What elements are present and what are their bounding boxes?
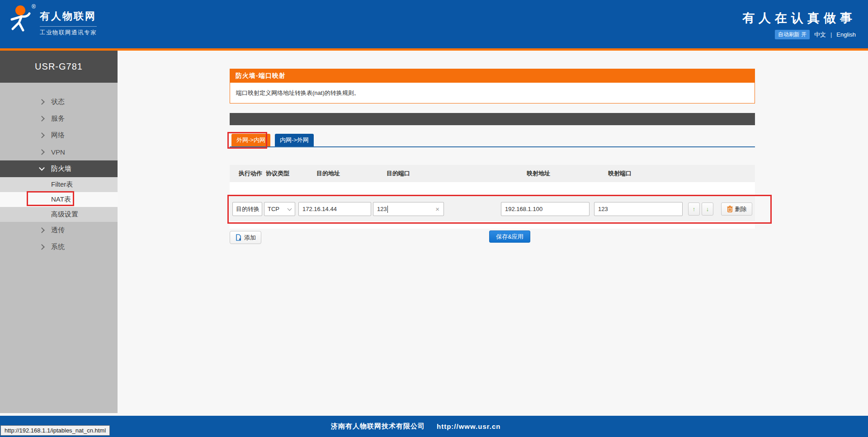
chevron-right-icon: [39, 99, 45, 105]
sidebar-item-nat-table[interactable]: NAT表: [0, 192, 118, 207]
sidebar-item-label: Filter表: [51, 180, 73, 189]
tab-wan-to-lan[interactable]: 外网->内网: [231, 134, 270, 146]
auto-refresh-toggle[interactable]: 自动刷新 开: [775, 30, 810, 39]
move-up-button[interactable]: ↑: [688, 202, 700, 216]
brand-subtitle: 工业物联网通讯专家: [40, 26, 97, 37]
column-header-action: 执行动作: [239, 165, 262, 182]
tab-lan-to-wan[interactable]: 内网->外网: [275, 134, 314, 146]
sidebar-item-label: 服务: [51, 114, 65, 123]
arrow-down-icon: ↓: [706, 206, 709, 212]
add-document-icon: [235, 234, 241, 241]
add-button-label: 添加: [244, 234, 256, 242]
map-address-input[interactable]: [501, 202, 590, 216]
page-description: 端口映射定义网络地址转换表(nat)的转换规则。: [230, 83, 755, 103]
page-title: 防火墙-端口映射: [230, 69, 755, 83]
sidebar-item-filter-table[interactable]: Filter表: [0, 177, 118, 192]
sidebar-item-label: VPN: [51, 148, 65, 156]
lang-switch-english[interactable]: English: [836, 31, 856, 38]
chevron-down-icon: [39, 165, 45, 171]
delete-button[interactable]: 删除: [721, 202, 752, 216]
save-apply-button[interactable]: 保存&应用: [489, 230, 530, 243]
sidebar-item-label: 系统: [51, 243, 65, 251]
sidebar-item-label: 高级设置: [51, 210, 78, 219]
action-select[interactable]: 目的转换: [232, 202, 262, 216]
brand-title: 有人物联网: [40, 9, 97, 23]
lang-switch-chinese[interactable]: 中文: [814, 31, 826, 39]
column-header-protocol: 协议类型: [266, 165, 289, 182]
sidebar-item-services[interactable]: 服务: [0, 110, 118, 127]
brand-logo-icon: ®: [8, 5, 40, 34]
column-header-map-port: 映射端口: [608, 165, 632, 182]
map-port-input[interactable]: [594, 202, 683, 216]
dropdown-caret-icon: [288, 206, 292, 211]
collapsed-section-bar[interactable]: [230, 113, 755, 125]
sidebar-item-vpn[interactable]: VPN: [0, 144, 118, 160]
column-header-map-addr: 映射地址: [527, 165, 550, 182]
sidebar-item-status[interactable]: 状态: [0, 94, 118, 110]
lang-separator: |: [830, 31, 832, 38]
table-header-row: 执行动作 协议类型 目的地址 目的端口 映射地址 映射端口: [230, 165, 755, 182]
sidebar-menu: 状态 服务 网络 VPN 防火墙 Filter表 NAT表: [0, 83, 118, 255]
sidebar-item-firewall[interactable]: 防火墙: [0, 160, 118, 177]
clear-icon[interactable]: ×: [435, 205, 439, 213]
chevron-right-icon: [39, 116, 45, 122]
dest-address-input[interactable]: [298, 202, 371, 216]
direction-tabs: 外网->内网 内网->外网: [230, 134, 314, 146]
table-row: 目的转换 TCP 123 × ↑ ↓: [230, 196, 755, 221]
footer-website-link[interactable]: http://www.usr.cn: [437, 423, 500, 430]
top-header: ® 有人物联网 工业物联网通讯专家 有人在认真做事 自动刷新 开 中文 | En…: [0, 0, 868, 51]
add-rule-button[interactable]: 添加: [230, 231, 261, 244]
device-model-title: USR-G781: [0, 51, 118, 83]
column-header-dest-addr: 目的地址: [316, 165, 340, 182]
registered-mark: ®: [32, 4, 36, 10]
sidebar-item-label: 透传: [51, 226, 65, 235]
trash-icon: [727, 206, 733, 212]
arrow-up-icon: ↑: [693, 206, 696, 212]
sidebar-item-label: 网络: [51, 131, 65, 140]
page-title-box: 防火墙-端口映射 端口映射定义网络地址转换表(nat)的转换规则。: [230, 69, 755, 103]
protocol-select[interactable]: TCP: [264, 202, 295, 216]
sidebar-item-system[interactable]: 系统: [0, 239, 118, 255]
chevron-right-icon: [39, 244, 45, 250]
page: ® 有人物联网 工业物联网通讯专家 有人在认真做事 自动刷新 开 中文 | En…: [0, 0, 868, 437]
sidebar-item-advanced[interactable]: 高级设置: [0, 207, 118, 222]
move-down-button[interactable]: ↓: [702, 202, 713, 216]
delete-button-label: 删除: [735, 205, 747, 213]
brand-block: 有人物联网 工业物联网通讯专家: [40, 9, 97, 37]
dest-port-input[interactable]: 123 ×: [373, 202, 444, 216]
status-bar-url: http://192.168.1.1/iptables_nat_cn.html: [0, 425, 110, 436]
slogan-text: 有人在认真做事: [742, 10, 856, 26]
sidebar-item-passthrough[interactable]: 透传: [0, 222, 118, 239]
chevron-right-icon: [39, 132, 45, 138]
sidebar: USR-G781 状态 服务 网络 VPN 防火墙: [0, 51, 118, 413]
sidebar-item-label: NAT表: [51, 195, 71, 204]
chevron-right-icon: [39, 227, 45, 233]
column-header-dest-port: 目的端口: [387, 165, 410, 182]
nat-rules-table: 执行动作 协议类型 目的地址 目的端口 映射地址 映射端口 目的转换 TCP 1…: [230, 165, 755, 229]
text-cursor: [387, 206, 388, 213]
footer: 济南有人物联网技术有限公司 http://www.usr.cn: [0, 416, 868, 437]
chevron-right-icon: [39, 149, 45, 155]
sidebar-item-label: 防火墙: [51, 164, 71, 173]
footer-company: 济南有人物联网技术有限公司: [331, 422, 425, 431]
dest-port-value: 123: [377, 206, 387, 212]
protocol-select-value: TCP: [268, 206, 279, 212]
sidebar-item-label: 状态: [51, 98, 65, 106]
tab-underline: [230, 146, 755, 147]
sidebar-item-network[interactable]: 网络: [0, 127, 118, 144]
